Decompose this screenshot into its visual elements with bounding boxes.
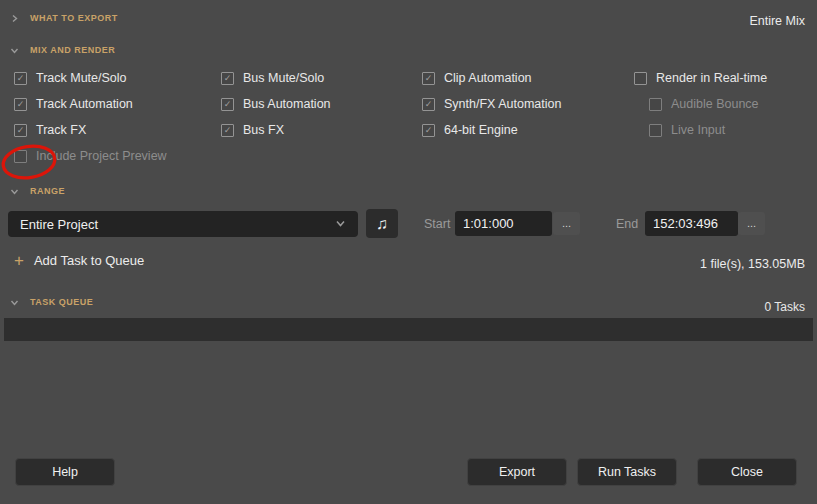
chevron-down-icon: [335, 220, 346, 228]
checkbox-icon[interactable]: [221, 72, 234, 85]
checkbox-icon[interactable]: [14, 150, 27, 163]
checkbox-label: Live Input: [671, 123, 725, 137]
checkbox-icon[interactable]: [422, 98, 435, 111]
checkbox-row-audible-bounce[interactable]: Audible Bounce: [649, 91, 767, 117]
task-count: 0 Tasks: [765, 300, 805, 314]
checkbox-row-live-input[interactable]: Live Input: [649, 117, 767, 143]
chevron-down-icon: [10, 187, 19, 196]
checkbox-label: Bus Mute/Solo: [243, 71, 324, 85]
checkbox-row-include-project-preview[interactable]: Include Project Preview: [14, 143, 167, 169]
export-button[interactable]: Export: [467, 458, 567, 486]
chevron-right-icon: [10, 14, 19, 23]
task-queue-list: [4, 318, 813, 341]
checkbox-icon[interactable]: [649, 124, 662, 137]
close-button[interactable]: Close: [697, 458, 797, 486]
start-label: Start: [424, 217, 450, 231]
range-dropdown-value: Entire Project: [20, 217, 98, 232]
mix-render-column-2: Bus Mute/Solo Bus Automation Bus FX: [221, 65, 331, 143]
ellipsis-icon: ...: [747, 217, 756, 229]
section-header-mix-and-render[interactable]: MIX AND RENDER: [10, 45, 115, 55]
start-time-value: 1:01:000: [463, 216, 514, 231]
start-more-button[interactable]: ...: [553, 212, 580, 235]
section-title: TASK QUEUE: [30, 297, 93, 307]
mix-render-column-3: Clip Automation Synth/FX Automation 64-b…: [422, 65, 561, 143]
musical-notes-icon-button[interactable]: ♫: [366, 209, 398, 238]
checkbox-icon[interactable]: [422, 124, 435, 137]
musical-notes-icon: ♫: [376, 215, 388, 233]
checkbox-icon[interactable]: [221, 124, 234, 137]
add-task-label: Add Task to Queue: [34, 253, 144, 268]
checkbox-label: Synth/FX Automation: [444, 97, 561, 111]
checkbox-icon[interactable]: [14, 124, 27, 137]
section-header-range[interactable]: RANGE: [10, 186, 65, 196]
checkbox-icon[interactable]: [634, 72, 647, 85]
section-header-task-queue[interactable]: TASK QUEUE: [10, 297, 93, 307]
checkbox-icon[interactable]: [14, 98, 27, 111]
checkbox-row-render-in-real-time[interactable]: Render in Real-time: [634, 65, 767, 91]
checkbox-label: Clip Automation: [444, 71, 532, 85]
export-dialog: WHAT TO EXPORT Entire Mix MIX AND RENDER…: [0, 0, 817, 504]
section-header-what-to-export[interactable]: WHAT TO EXPORT: [10, 13, 118, 23]
checkbox-label: Include Project Preview: [36, 149, 167, 163]
section-title: RANGE: [30, 186, 65, 196]
end-more-button[interactable]: ...: [738, 212, 765, 235]
run-tasks-button[interactable]: Run Tasks: [577, 458, 677, 486]
help-button[interactable]: Help: [15, 458, 115, 486]
checkbox-row-64-bit-engine[interactable]: 64-bit Engine: [422, 117, 561, 143]
checkbox-label: Audible Bounce: [671, 97, 759, 111]
checkbox-icon[interactable]: [14, 72, 27, 85]
mix-render-column-4: Render in Real-time Audible Bounce Live …: [634, 65, 767, 143]
section-title: MIX AND RENDER: [30, 45, 115, 55]
range-dropdown[interactable]: Entire Project: [8, 211, 358, 237]
ellipsis-icon: ...: [562, 217, 571, 229]
checkbox-icon[interactable]: [422, 72, 435, 85]
end-time-value: 152:03:496: [653, 216, 718, 231]
end-time-field[interactable]: 152:03:496: [645, 211, 738, 236]
checkbox-row-track-mute-solo[interactable]: Track Mute/Solo: [14, 65, 167, 91]
checkbox-label: Render in Real-time: [656, 71, 767, 85]
file-size-summary: 1 file(s), 153.05MB: [700, 257, 805, 271]
plus-icon: +: [14, 252, 24, 269]
export-summary-value: Entire Mix: [749, 14, 805, 28]
checkbox-row-bus-mute-solo[interactable]: Bus Mute/Solo: [221, 65, 331, 91]
checkbox-row-bus-automation[interactable]: Bus Automation: [221, 91, 331, 117]
checkbox-label: Bus Automation: [243, 97, 331, 111]
chevron-down-icon: [10, 298, 19, 307]
checkbox-label: Track Mute/Solo: [36, 71, 127, 85]
checkbox-label: 64-bit Engine: [444, 123, 518, 137]
start-time-field[interactable]: 1:01:000: [455, 211, 552, 236]
section-title: WHAT TO EXPORT: [30, 13, 118, 23]
add-task-to-queue-button[interactable]: + Add Task to Queue: [14, 252, 144, 269]
chevron-down-icon: [10, 46, 19, 55]
checkbox-row-bus-fx[interactable]: Bus FX: [221, 117, 331, 143]
checkbox-label: Bus FX: [243, 123, 284, 137]
end-label: End: [616, 217, 638, 231]
checkbox-label: Track Automation: [36, 97, 133, 111]
mix-render-column-1: Track Mute/Solo Track Automation Track F…: [14, 65, 167, 169]
checkbox-row-clip-automation[interactable]: Clip Automation: [422, 65, 561, 91]
checkbox-icon[interactable]: [649, 98, 662, 111]
checkbox-label: Track FX: [36, 123, 86, 137]
checkbox-row-track-fx[interactable]: Track FX: [14, 117, 167, 143]
checkbox-row-synth-fx-automation[interactable]: Synth/FX Automation: [422, 91, 561, 117]
checkbox-icon[interactable]: [221, 98, 234, 111]
checkbox-row-track-automation[interactable]: Track Automation: [14, 91, 167, 117]
